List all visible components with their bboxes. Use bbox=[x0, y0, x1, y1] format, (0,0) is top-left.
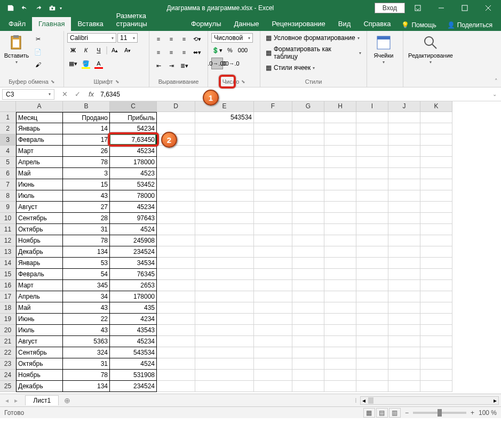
cell[interactable]: 178000 bbox=[110, 157, 157, 168]
cell[interactable]: 78 bbox=[63, 370, 110, 381]
cell[interactable] bbox=[292, 381, 324, 392]
cell[interactable] bbox=[324, 291, 356, 302]
cell[interactable] bbox=[254, 168, 292, 179]
orientation-button[interactable]: ⟲▾ bbox=[191, 33, 203, 45]
cell[interactable]: 345 bbox=[63, 280, 110, 291]
cell[interactable] bbox=[195, 291, 254, 302]
number-format-combo[interactable]: Числовой▾ bbox=[211, 33, 253, 43]
row-header[interactable]: 24 bbox=[0, 370, 16, 381]
cell[interactable] bbox=[157, 258, 195, 269]
cell[interactable] bbox=[324, 224, 356, 235]
zoom-in-button[interactable]: + bbox=[471, 409, 474, 417]
cell[interactable]: 43 bbox=[63, 325, 110, 336]
collapse-ribbon-button[interactable]: ˄ bbox=[495, 78, 498, 85]
tab-home[interactable]: Главная bbox=[32, 17, 71, 31]
cell[interactable]: Март bbox=[16, 146, 63, 157]
cell[interactable] bbox=[195, 370, 254, 381]
format-as-table-button[interactable]: ▦Форматировать как таблицу▾ bbox=[264, 44, 363, 61]
row-header[interactable]: 20 bbox=[0, 325, 16, 336]
cell[interactable] bbox=[195, 246, 254, 258]
cell[interactable] bbox=[420, 336, 452, 347]
cell[interactable] bbox=[195, 202, 254, 213]
currency-button[interactable]: 💲▾ bbox=[211, 44, 223, 56]
cell[interactable] bbox=[157, 358, 195, 370]
cell[interactable] bbox=[388, 325, 420, 336]
row-header[interactable]: 23 bbox=[0, 358, 16, 370]
cell[interactable] bbox=[254, 336, 292, 347]
cell[interactable] bbox=[195, 314, 254, 325]
cell[interactable] bbox=[420, 258, 452, 269]
cell[interactable]: Апрель bbox=[16, 291, 63, 302]
row-header[interactable]: 5 bbox=[0, 157, 16, 168]
cell[interactable]: Февраль bbox=[16, 269, 63, 280]
cell[interactable] bbox=[356, 123, 388, 134]
cell[interactable] bbox=[254, 347, 292, 358]
cell[interactable]: Сентябрь bbox=[16, 213, 63, 224]
cell[interactable] bbox=[324, 123, 356, 134]
cell[interactable] bbox=[324, 157, 356, 168]
cell[interactable] bbox=[195, 213, 254, 224]
cell[interactable] bbox=[292, 325, 324, 336]
tab-data[interactable]: Данные bbox=[227, 17, 265, 31]
borders-button[interactable]: ▦▾ bbox=[67, 58, 79, 69]
row-header[interactable]: 2 bbox=[0, 123, 16, 134]
cell[interactable] bbox=[420, 224, 452, 235]
cell[interactable] bbox=[254, 235, 292, 246]
cell[interactable] bbox=[292, 179, 324, 190]
qat-customize[interactable]: ▾ bbox=[60, 6, 62, 11]
copy-button[interactable]: 📄 bbox=[32, 46, 44, 58]
cell[interactable] bbox=[195, 146, 254, 157]
cell[interactable] bbox=[420, 347, 452, 358]
cell[interactable] bbox=[388, 168, 420, 179]
cell[interactable]: Ноябрь bbox=[16, 370, 63, 381]
cell[interactable] bbox=[420, 134, 452, 146]
cell[interactable] bbox=[356, 291, 388, 302]
cell[interactable] bbox=[254, 381, 292, 392]
row-header[interactable]: 17 bbox=[0, 291, 16, 302]
cell[interactable]: 53 bbox=[63, 258, 110, 269]
cell[interactable] bbox=[292, 336, 324, 347]
cell[interactable] bbox=[420, 291, 452, 302]
share-button[interactable]: 👤Поделиться bbox=[443, 19, 497, 31]
cell[interactable]: Октябрь bbox=[16, 358, 63, 370]
select-all-button[interactable] bbox=[0, 101, 16, 112]
row-header[interactable]: 22 bbox=[0, 347, 16, 358]
cell[interactable] bbox=[157, 168, 195, 179]
add-sheet-button[interactable]: ⊕ bbox=[59, 396, 76, 405]
cell[interactable] bbox=[324, 258, 356, 269]
cell[interactable] bbox=[254, 302, 292, 314]
cell[interactable] bbox=[420, 235, 452, 246]
cell[interactable]: Продано bbox=[63, 112, 110, 123]
cell[interactable] bbox=[157, 202, 195, 213]
cell[interactable] bbox=[157, 302, 195, 314]
conditional-formatting-button[interactable]: ▦Условное форматирование▾ bbox=[264, 33, 362, 43]
font-color-button[interactable]: A bbox=[93, 58, 105, 69]
cell[interactable]: 543534 bbox=[110, 347, 157, 358]
cell[interactable]: Прибыль bbox=[110, 112, 157, 123]
cell[interactable]: 76345 bbox=[110, 269, 157, 280]
cut-button[interactable]: ✂ bbox=[32, 33, 44, 45]
ribbon-options-button[interactable] bbox=[407, 1, 428, 15]
cell[interactable]: 78 bbox=[63, 157, 110, 168]
save-button[interactable] bbox=[4, 2, 17, 14]
col-header-F[interactable]: F bbox=[254, 101, 292, 112]
tell-me[interactable]: 💡Помощь bbox=[397, 19, 440, 31]
cell[interactable] bbox=[356, 258, 388, 269]
cell[interactable] bbox=[254, 157, 292, 168]
cell[interactable] bbox=[195, 325, 254, 336]
cell[interactable]: 26 bbox=[63, 146, 110, 157]
cell[interactable] bbox=[388, 314, 420, 325]
cell[interactable]: 54 bbox=[63, 269, 110, 280]
col-header-E[interactable]: E bbox=[195, 101, 254, 112]
cell[interactable] bbox=[292, 190, 324, 202]
cell[interactable] bbox=[324, 179, 356, 190]
cell[interactable]: Январь bbox=[16, 123, 63, 134]
cell[interactable] bbox=[420, 381, 452, 392]
cell[interactable] bbox=[254, 190, 292, 202]
col-header-G[interactable]: G bbox=[292, 101, 324, 112]
cell[interactable] bbox=[356, 146, 388, 157]
cell[interactable] bbox=[157, 157, 195, 168]
cell[interactable]: 4524 bbox=[110, 224, 157, 235]
cell[interactable]: 531908 bbox=[110, 370, 157, 381]
cell[interactable]: 43543 bbox=[110, 325, 157, 336]
